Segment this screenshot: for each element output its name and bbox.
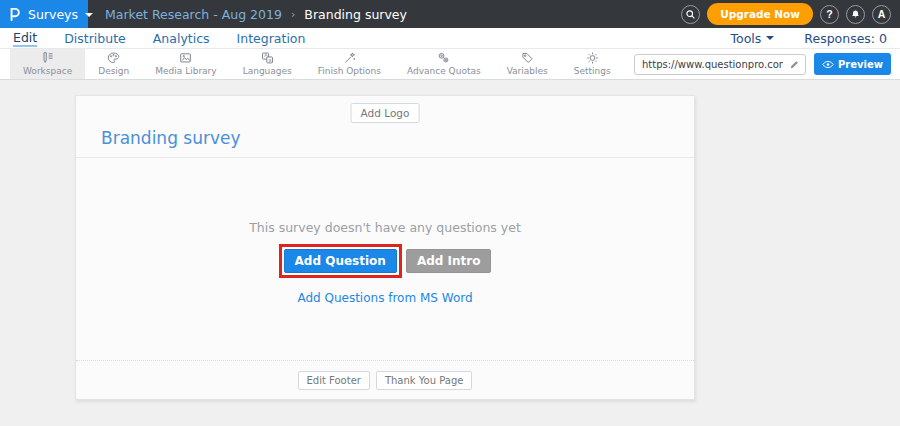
toolbar-item-label: Design bbox=[98, 66, 129, 76]
breadcrumb-parent[interactable]: Market Research - Aug 2019 bbox=[105, 7, 282, 22]
edit-url-button[interactable] bbox=[785, 55, 805, 74]
top-bar: Surveys Market Research - Aug 2019 › Bra… bbox=[0, 0, 900, 28]
edit-footer-button[interactable]: Edit Footer bbox=[298, 371, 370, 390]
toolbar-item-label: Settings bbox=[574, 66, 611, 76]
toolbar-item-finish-options[interactable]: Finish Options bbox=[305, 49, 394, 79]
design-palette-icon bbox=[106, 51, 121, 65]
svg-text:a: a bbox=[268, 58, 271, 63]
workspace-icon bbox=[40, 51, 55, 65]
add-questions-from-ms-word-link[interactable]: Add Questions from MS Word bbox=[297, 291, 472, 305]
questionpro-logo bbox=[9, 7, 21, 21]
avatar[interactable]: A bbox=[872, 5, 891, 24]
survey-card-footer: Edit Footer Thank You Page bbox=[76, 360, 694, 399]
survey-card-header: Add Logo Branding survey bbox=[76, 96, 694, 158]
question-actions-row: Add Question Add Intro bbox=[279, 244, 492, 278]
search-button[interactable] bbox=[681, 5, 700, 24]
upgrade-now-button[interactable]: Upgrade Now bbox=[707, 3, 813, 25]
tab-integration[interactable]: Integration bbox=[237, 31, 306, 46]
preview-button[interactable]: Preview bbox=[814, 53, 891, 75]
main-nav: Edit Distribute Analytics Integration To… bbox=[0, 28, 900, 49]
tab-edit[interactable]: Edit bbox=[13, 30, 37, 47]
surveys-menu[interactable]: Surveys bbox=[0, 0, 88, 28]
toolbar-item-settings[interactable]: Settings bbox=[561, 49, 624, 79]
toolbar-item-languages[interactable]: Aa Languages bbox=[230, 49, 305, 79]
survey-card-body: This survey doesn't have any questions y… bbox=[76, 158, 694, 360]
toolbar-item-advance-quotas[interactable]: Advance Quotas bbox=[394, 49, 494, 79]
toolbar-item-label: Languages bbox=[243, 66, 292, 76]
toolbar-item-variables[interactable]: Variables bbox=[494, 49, 561, 79]
tab-analytics[interactable]: Analytics bbox=[153, 31, 210, 46]
media-library-icon bbox=[178, 51, 193, 65]
topbar-actions: Upgrade Now ? A bbox=[681, 3, 900, 25]
thank-you-page-button[interactable]: Thank You Page bbox=[376, 371, 473, 390]
toolbar-item-label: Advance Quotas bbox=[407, 66, 481, 76]
tools-menu[interactable]: Tools bbox=[731, 31, 775, 46]
tools-menu-label: Tools bbox=[731, 31, 762, 46]
gear-icon bbox=[585, 51, 600, 65]
toolbar-item-label: Variables bbox=[507, 66, 548, 76]
surveys-menu-label: Surveys bbox=[28, 7, 78, 22]
toolbar-item-workspace[interactable]: Workspace bbox=[10, 49, 85, 79]
tag-icon bbox=[520, 51, 535, 65]
search-icon bbox=[685, 9, 696, 20]
help-button[interactable]: ? bbox=[820, 5, 839, 24]
eye-icon bbox=[822, 60, 834, 69]
edit-toolbar: Workspace Design Media Library Aa Langua… bbox=[0, 49, 900, 80]
toolbar-item-label: Workspace bbox=[23, 66, 72, 76]
toolbar-item-label: Media Library bbox=[155, 66, 216, 76]
responses-count: Responses: 0 bbox=[804, 31, 887, 46]
caret-down-icon bbox=[85, 13, 93, 17]
bell-icon bbox=[850, 9, 861, 20]
add-logo-button[interactable]: Add Logo bbox=[351, 103, 420, 123]
content-area: Add Logo Branding survey This survey doe… bbox=[0, 80, 900, 426]
toolbar-right: Preview bbox=[634, 49, 900, 79]
breadcrumb-current: Branding survey bbox=[304, 7, 407, 22]
survey-url-input[interactable] bbox=[635, 59, 785, 70]
survey-card: Add Logo Branding survey This survey doe… bbox=[75, 95, 695, 400]
toolbar-item-media-library[interactable]: Media Library bbox=[142, 49, 229, 79]
add-intro-button[interactable]: Add Intro bbox=[406, 249, 492, 273]
quotas-gears-icon bbox=[436, 51, 451, 65]
tab-distribute[interactable]: Distribute bbox=[64, 31, 126, 46]
caret-down-icon bbox=[766, 36, 774, 40]
toolbar-item-design[interactable]: Design bbox=[85, 49, 142, 79]
survey-url-box bbox=[634, 54, 806, 75]
breadcrumb-separator: › bbox=[291, 8, 295, 21]
notifications-button[interactable] bbox=[846, 5, 865, 24]
magic-wand-icon bbox=[342, 51, 357, 65]
survey-title[interactable]: Branding survey bbox=[101, 128, 241, 148]
nav-right: Tools Responses: 0 bbox=[731, 31, 887, 46]
toolbar-item-label: Finish Options bbox=[318, 66, 381, 76]
preview-button-label: Preview bbox=[838, 59, 883, 70]
breadcrumb: Market Research - Aug 2019 › Branding su… bbox=[105, 7, 407, 22]
add-question-button[interactable]: Add Question bbox=[284, 249, 397, 273]
red-annotation-box: Add Question bbox=[279, 244, 402, 278]
pencil-icon bbox=[789, 59, 800, 70]
languages-icon: Aa bbox=[260, 51, 275, 65]
empty-state-message: This survey doesn't have any questions y… bbox=[249, 220, 521, 235]
